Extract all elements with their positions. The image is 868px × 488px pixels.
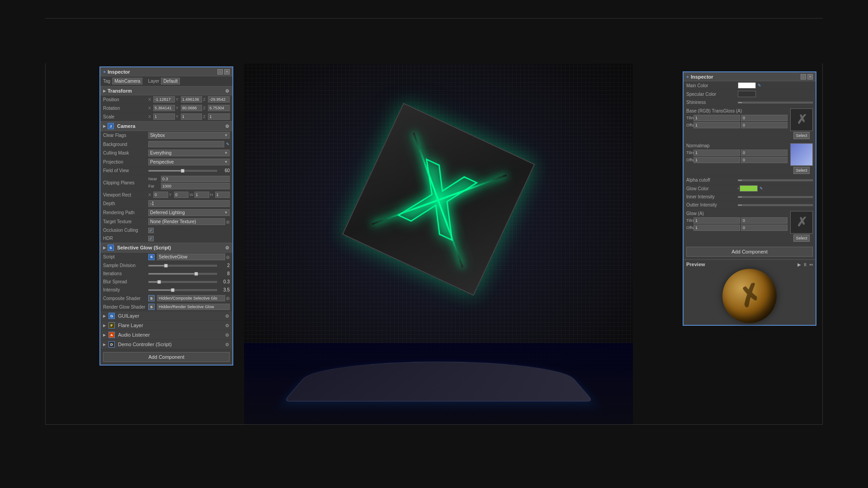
intensity-track[interactable] bbox=[148, 289, 217, 291]
shininess-track[interactable] bbox=[738, 102, 813, 103]
panel-minimize-btn[interactable]: - bbox=[217, 69, 223, 75]
vp-w-input[interactable]: 1 bbox=[194, 192, 209, 198]
preview-expand-btn[interactable]: ⇔ bbox=[809, 262, 813, 267]
alpha-track[interactable] bbox=[738, 179, 813, 181]
scale-y-input[interactable]: 1 bbox=[181, 113, 203, 120]
clipping-planes-label: Clipping Planes bbox=[103, 180, 148, 185]
inner-track[interactable] bbox=[738, 196, 813, 198]
vp-y-input[interactable]: 0 bbox=[174, 192, 189, 198]
script-value[interactable]: SelectiveGlow bbox=[157, 253, 225, 260]
right-panel-close[interactable]: × bbox=[807, 74, 813, 80]
alpha-cutoff-label: Alpha cutoff bbox=[686, 178, 736, 183]
glow-a-offset-y[interactable]: 0 bbox=[741, 225, 788, 231]
audio-gear-icon[interactable]: ⚙ bbox=[224, 332, 230, 338]
camera-section-header[interactable]: ▶ J Camera ⚙ bbox=[100, 121, 232, 131]
glow-line-vertical bbox=[372, 174, 507, 225]
base-tiling-x[interactable]: 1 bbox=[693, 115, 740, 121]
guilayer-label: GUILayer bbox=[118, 313, 139, 319]
rotation-y-input[interactable]: 90.0686 bbox=[181, 105, 203, 111]
base-offset-fields: 1 0 bbox=[693, 122, 788, 128]
transform-gear-icon[interactable]: ⚙ bbox=[224, 88, 230, 94]
right-panel-minimize[interactable]: - bbox=[801, 74, 806, 80]
left-inspector-titlebar: ● Inspector - × bbox=[100, 67, 232, 76]
flare-gear-icon[interactable]: ⚙ bbox=[224, 323, 230, 328]
glow-a-select-button[interactable]: Select bbox=[793, 235, 809, 242]
near-value[interactable]: 0.3 bbox=[161, 176, 230, 182]
guilayer-icon: G bbox=[108, 313, 115, 319]
base-tiling-y[interactable]: 0 bbox=[741, 115, 788, 121]
normalmap-tiling-x[interactable]: 1 bbox=[693, 150, 740, 156]
main-color-edit[interactable]: ✎ bbox=[758, 83, 761, 88]
composite-shader-value[interactable]: Hidden/Composite Selective Glo bbox=[157, 295, 225, 301]
rendering-path-dropdown[interactable]: Deferred Lighting ▼ bbox=[148, 209, 230, 216]
sample-div-thumb[interactable] bbox=[164, 264, 168, 267]
position-z-input[interactable]: -29.9542 bbox=[208, 96, 230, 103]
iterations-track[interactable] bbox=[148, 273, 217, 275]
projection-dropdown[interactable]: Perspective ▼ bbox=[148, 159, 230, 165]
background-color-field[interactable] bbox=[148, 141, 224, 147]
hdr-checkbox[interactable]: ✓ bbox=[148, 236, 154, 241]
background-edit-icon[interactable]: ✎ bbox=[226, 142, 230, 146]
inspector-icon: ● bbox=[103, 69, 106, 74]
far-value[interactable]: 1000 bbox=[161, 183, 230, 189]
composite-shader-circle[interactable]: ◎ bbox=[226, 296, 230, 300]
iterations-thumb[interactable] bbox=[194, 272, 198, 276]
selective-glow-section-header[interactable]: ▶ S Selective Glow (Script) ⚙ bbox=[100, 243, 232, 253]
scale-x-input[interactable]: 1 bbox=[153, 113, 175, 120]
scale-z-input[interactable]: 1 bbox=[208, 113, 230, 120]
target-texture-circle[interactable]: ◎ bbox=[226, 220, 230, 224]
position-y-input[interactable]: 1.496136 bbox=[181, 96, 203, 103]
glow-a-offset-label: Offset bbox=[686, 225, 692, 230]
scale-x-field: X 1 bbox=[148, 113, 175, 120]
depth-value[interactable]: -1 bbox=[148, 200, 230, 207]
layer-value[interactable]: Default bbox=[161, 78, 180, 84]
script-circle[interactable]: ◎ bbox=[226, 255, 230, 259]
fov-slider-track[interactable] bbox=[148, 170, 217, 172]
normalmap-select-button[interactable]: Select bbox=[793, 167, 809, 174]
blur-thumb[interactable] bbox=[157, 280, 161, 284]
guilayer-gear-icon[interactable]: ⚙ bbox=[224, 313, 230, 319]
transform-section-header[interactable]: ▶ Transform ⚙ bbox=[100, 86, 232, 95]
tag-value[interactable]: MainCamera bbox=[112, 78, 142, 84]
glow-color-slider[interactable] bbox=[738, 188, 739, 189]
demo-gear-icon[interactable]: ⚙ bbox=[224, 342, 230, 347]
fov-slider-thumb[interactable] bbox=[181, 169, 184, 173]
base-select-button[interactable]: Select bbox=[793, 132, 809, 139]
rotation-z-input[interactable]: 6.75304 bbox=[208, 105, 230, 111]
right-add-component-button[interactable]: Add Component bbox=[686, 247, 813, 257]
intensity-thumb[interactable] bbox=[171, 288, 175, 292]
normalmap-tiling-y[interactable]: 0 bbox=[741, 150, 788, 156]
culling-mask-dropdown[interactable]: Everything ▼ bbox=[148, 150, 230, 156]
glow-a-offset-x[interactable]: 1 bbox=[693, 225, 740, 231]
base-offset-y[interactable]: 0 bbox=[741, 122, 788, 128]
render-glow-shader-value[interactable]: Hidden/Render Selective Glow bbox=[157, 304, 230, 310]
preview-pause-btn[interactable]: ⏸ bbox=[803, 262, 807, 267]
blur-track[interactable] bbox=[148, 281, 217, 283]
clear-flags-dropdown[interactable]: Skybox ▼ bbox=[148, 132, 230, 139]
main-color-swatch[interactable] bbox=[738, 82, 756, 89]
normalmap-offset-x[interactable]: 1 bbox=[693, 157, 740, 163]
normalmap-offset-y[interactable]: 0 bbox=[741, 157, 788, 163]
left-add-component-button[interactable]: Add Component bbox=[103, 352, 230, 362]
panel-close-btn[interactable]: × bbox=[224, 69, 230, 75]
camera-gear-icon[interactable]: ⚙ bbox=[224, 123, 230, 129]
glow-color-swatch[interactable] bbox=[740, 185, 758, 192]
outer-track[interactable] bbox=[738, 204, 813, 206]
rotation-x-input[interactable]: 5.364141 bbox=[153, 105, 175, 111]
glow-a-tiling-x[interactable]: 1 bbox=[693, 217, 740, 224]
glow-a-tiling-y[interactable]: 0 bbox=[741, 217, 788, 224]
glow-color-edit[interactable]: ✎ bbox=[760, 186, 763, 191]
specular-color-swatch[interactable] bbox=[738, 91, 756, 97]
position-x-input[interactable]: -1.12817 bbox=[153, 96, 175, 103]
normalmap-tiling-row: Tiling 1 0 bbox=[686, 150, 788, 156]
preview-play-btn[interactable]: ▶ bbox=[797, 262, 801, 267]
occlusion-culling-checkbox[interactable]: ✓ bbox=[148, 228, 154, 233]
sample-div-track[interactable] bbox=[148, 265, 217, 267]
fov-value: 60 bbox=[218, 168, 230, 173]
base-offset-x[interactable]: 1 bbox=[693, 122, 740, 128]
vp-h-input[interactable]: 1 bbox=[215, 192, 230, 198]
target-texture-value[interactable]: None (Render Texture) bbox=[148, 218, 225, 225]
tag-label: Tag bbox=[103, 79, 110, 84]
glow-gear-icon[interactable]: ⚙ bbox=[224, 245, 230, 250]
vp-x-input[interactable]: 0 bbox=[153, 192, 168, 198]
